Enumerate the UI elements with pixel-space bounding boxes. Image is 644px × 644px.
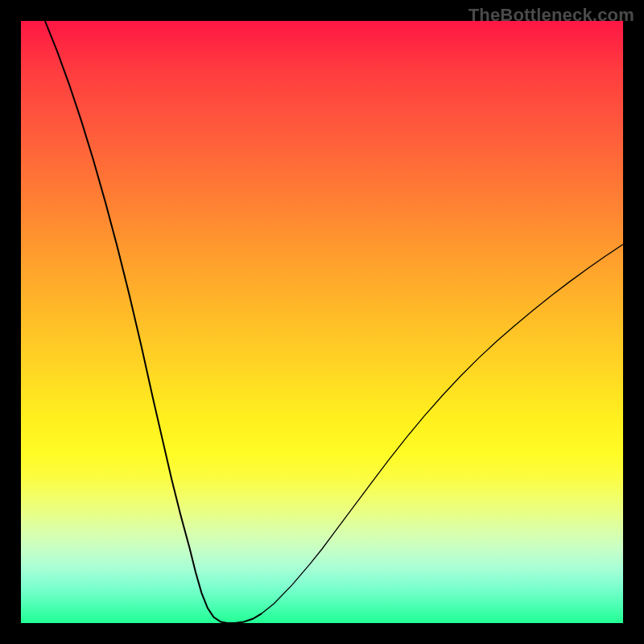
marker-dot (303, 555, 310, 566)
marker-dot (269, 597, 279, 606)
marker-dot (275, 591, 284, 601)
marker-dot (313, 540, 321, 551)
chart-svg (21, 21, 623, 623)
curve-left (45, 21, 262, 623)
watermark-text: TheBottleneck.com (469, 5, 634, 26)
marker-dot (308, 548, 315, 559)
curve-right (262, 245, 623, 614)
marker-dot (293, 568, 300, 579)
marker-dot (260, 606, 270, 614)
chart-frame (21, 21, 623, 623)
marker-group (146, 370, 321, 625)
marker-dot (184, 542, 188, 554)
marker-dot (254, 610, 264, 617)
marker-dot (288, 575, 296, 585)
